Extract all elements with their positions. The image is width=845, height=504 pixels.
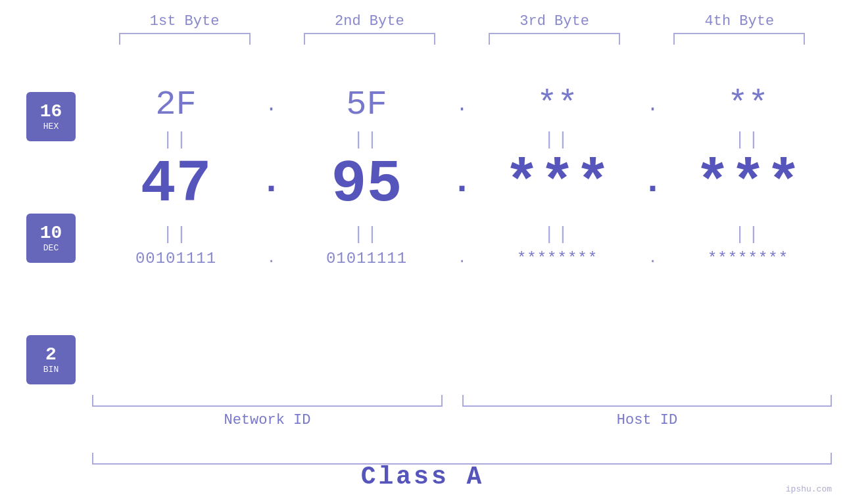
bin-row: 00101111 . 01011111 . ******** . *******… bbox=[92, 250, 832, 267]
eq2-b3: || bbox=[475, 224, 640, 244]
bin-byte1: 00101111 bbox=[94, 250, 258, 267]
byte-headers: 1st Byte 2nd Byte 3rd Byte 4th Byte bbox=[0, 13, 845, 30]
bin-badge: 2 BIN bbox=[26, 335, 76, 384]
dec-byte1: 47 bbox=[94, 155, 258, 214]
host-id-bracket bbox=[462, 395, 832, 407]
network-id-bracket bbox=[92, 395, 443, 407]
bracket-byte2 bbox=[304, 33, 435, 45]
hex-byte4: ** bbox=[666, 85, 831, 124]
bracket-byte4 bbox=[673, 33, 805, 45]
hex-byte1: 2F bbox=[94, 85, 258, 124]
network-id-label: Network ID bbox=[92, 412, 443, 428]
base-badges: 16 HEX 10 DEC 2 BIN bbox=[26, 92, 76, 384]
host-id-label: Host ID bbox=[462, 412, 832, 428]
byte2-header: 2nd Byte bbox=[287, 13, 452, 30]
id-labels: Network ID Host ID bbox=[92, 412, 832, 428]
hex-row: 2F . 5F . ** . ** bbox=[92, 85, 832, 124]
class-label: Class A bbox=[0, 463, 845, 491]
eq1-b2: || bbox=[285, 129, 449, 150]
equals-row2: || || || || bbox=[92, 224, 832, 244]
bottom-section: Network ID Host ID bbox=[92, 395, 832, 428]
hex-dot2: . bbox=[452, 94, 472, 116]
eq2-b4: || bbox=[666, 224, 831, 244]
top-brackets bbox=[0, 33, 845, 45]
eq1-b1: || bbox=[94, 129, 258, 150]
eq1-b4: || bbox=[666, 129, 831, 150]
bracket-byte1 bbox=[119, 33, 251, 45]
eq2-b1: || bbox=[94, 224, 258, 244]
data-grid: 2F . 5F . ** . ** || bbox=[92, 69, 832, 267]
byte1-header: 1st Byte bbox=[103, 13, 267, 30]
watermark: ipshu.com bbox=[786, 484, 832, 494]
dec-dot3: . bbox=[643, 164, 663, 206]
bin-byte3: ******** bbox=[475, 250, 640, 267]
bin-dot2: . bbox=[452, 250, 472, 267]
dec-byte3: *** bbox=[475, 155, 640, 214]
bin-byte4: ******** bbox=[666, 250, 831, 267]
dec-dot1: . bbox=[262, 164, 281, 206]
bracket-byte3 bbox=[489, 33, 620, 45]
hex-byte2: 5F bbox=[285, 85, 449, 124]
eq2-b2: || bbox=[285, 224, 449, 244]
hex-dot3: . bbox=[643, 94, 663, 116]
dec-badge: 10 DEC bbox=[26, 214, 76, 263]
hex-byte3: ** bbox=[475, 85, 640, 124]
byte3-header: 3rd Byte bbox=[472, 13, 637, 30]
equals-row1: || || || || bbox=[92, 129, 832, 150]
bin-dot3: . bbox=[643, 250, 663, 267]
id-brackets bbox=[92, 395, 832, 407]
dec-dot2: . bbox=[452, 164, 472, 206]
eq1-b3: || bbox=[475, 129, 640, 150]
dec-row: 47 . 95 . *** . *** bbox=[92, 155, 832, 214]
byte4-header: 4th Byte bbox=[657, 13, 821, 30]
main-container: 1st Byte 2nd Byte 3rd Byte 4th Byte 16 H… bbox=[0, 0, 845, 504]
bin-byte2: 01011111 bbox=[285, 250, 449, 267]
dec-byte2: 95 bbox=[285, 155, 449, 214]
hex-badge: 16 HEX bbox=[26, 92, 76, 141]
bin-dot1: . bbox=[262, 250, 281, 267]
hex-dot1: . bbox=[262, 94, 281, 116]
dec-byte4: *** bbox=[666, 155, 831, 214]
